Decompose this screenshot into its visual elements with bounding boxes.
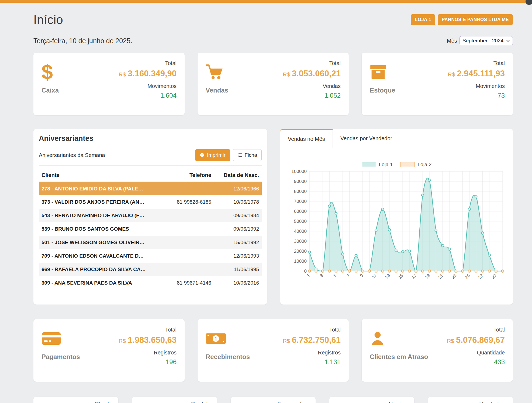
svg-text:20000: 20000 (294, 249, 307, 254)
svg-text:50000: 50000 (294, 219, 307, 224)
total-value: 6.732.750,61 (292, 335, 341, 345)
mini-card-clientes: Clientes (33, 397, 118, 403)
legend-swatch-loja2 (400, 162, 415, 167)
svg-text:19: 19 (424, 273, 431, 280)
record-button[interactable]: Ficha (233, 149, 262, 161)
date-line: Terça-feira, 10 de junho de 2025. (33, 37, 132, 45)
table-row[interactable]: 501 - JOSE WELISSON GOMES OLIVEIR… 15/06… (39, 236, 262, 249)
svg-text:23: 23 (451, 273, 457, 280)
table-row[interactable]: 309 - ANA SEVERINA PAES DA SILVA 81 9967… (39, 276, 262, 290)
column-header-data-nasc: Data de Nasc. (214, 169, 262, 182)
metric-value: 196 (166, 358, 177, 366)
birthdays-panel: Aniversariantes Aniversariantes da Seman… (33, 129, 267, 305)
metric-value: 1.131 (324, 358, 341, 366)
metric-label: Registros (154, 350, 177, 356)
tab-vendas-no-mes[interactable]: Vendas no Mês (280, 129, 333, 148)
stat-card-name: Pagamentos (42, 353, 80, 361)
chart-legend: Loja 1 Loja 2 (280, 162, 513, 168)
currency-symbol: R$ (119, 338, 126, 344)
svg-text:60000: 60000 (294, 209, 307, 214)
table-row[interactable]: 278 - ANTONIO EMIDIO DA SILVA (PALE… 12/… (39, 182, 262, 195)
svg-text:21: 21 (437, 273, 444, 280)
total-label: Total (493, 60, 505, 66)
birthdate-cell: 10/06/2016 (214, 276, 262, 290)
phone-cell (167, 182, 214, 195)
page-title: Início (33, 12, 63, 27)
svg-text:5: 5 (333, 273, 337, 278)
birthdate-cell: 09/06/1984 (214, 209, 262, 222)
legend-swatch-loja1 (362, 162, 376, 167)
legend-item-loja2[interactable]: Loja 2 (400, 162, 432, 168)
month-select-value: September - 2024 (462, 38, 503, 44)
birthdate-cell: 12/06/1993 (214, 249, 262, 263)
svg-text:11: 11 (371, 273, 378, 279)
svg-text:70000: 70000 (294, 199, 307, 204)
mini-card-label: Clientes (95, 401, 115, 403)
column-header-telefone: Telefone (167, 169, 214, 182)
legend-item-loja1[interactable]: Loja 1 (362, 162, 393, 168)
page-content: Início LOJA 1 PANNOS E PANNOS LTDA ME Te… (0, 3, 532, 403)
legend-label-loja2: Loja 2 (418, 162, 432, 168)
metric-label: Vendas (323, 83, 341, 89)
client-cell: 278 - ANTONIO EMIDIO DA SILVA (PALE… (39, 182, 167, 195)
phone-cell (167, 263, 214, 276)
stat-card-name: Caixa (42, 87, 59, 94)
store-badge[interactable]: LOJA 1 (411, 14, 435, 25)
print-button[interactable]: Imprimir (195, 149, 230, 161)
company-badge[interactable]: PANNOS E PANNOS LTDA ME (438, 14, 513, 25)
person-icon (370, 327, 428, 350)
total-value: 3.160.349,90 (128, 69, 177, 78)
svg-text:0: 0 (304, 269, 307, 274)
birthdays-subtitle: Aniversariantes da Semana (39, 152, 105, 158)
phone-cell: 81 99671-4146 (167, 276, 214, 290)
phone-cell: 81 99828-6185 (167, 195, 214, 209)
client-cell: 669 - RAFAELA PROCOPIO DA SILVA CA… (39, 263, 167, 276)
metric-value: 1.052 (324, 92, 341, 99)
metric-value: 73 (498, 92, 505, 99)
mini-card-label: Usuários (389, 401, 411, 403)
tab-vendas-por-vendedor[interactable]: Vendas por Vendedor (333, 129, 400, 148)
credit-card-icon (42, 327, 80, 350)
svg-text:29: 29 (491, 273, 498, 280)
stat-card-pagamentos: Pagamentos Total R$1.983.650,63 Registro… (33, 319, 185, 382)
mini-card-fornecedores: Fornecedores (231, 397, 316, 403)
svg-text:25: 25 (464, 273, 471, 280)
svg-text:7: 7 (346, 273, 351, 278)
currency-symbol: R$ (119, 71, 126, 78)
metric-value: 433 (494, 358, 505, 366)
stat-card-name: Estoque (370, 87, 395, 94)
total-value: 5.076.869,67 (456, 335, 505, 345)
table-row[interactable]: 709 - ANTONIO EDSON CAVALCANTE D… 12/06/… (39, 249, 262, 263)
svg-text:40000: 40000 (294, 229, 307, 234)
mini-card-produtos: Produtos (132, 397, 217, 403)
column-header-cliente: Cliente (39, 169, 167, 182)
svg-text:17: 17 (411, 273, 417, 280)
list-icon (237, 153, 242, 157)
box-icon (370, 60, 395, 84)
currency-symbol: R$ (448, 71, 455, 78)
table-row[interactable]: 373 - VALDIR DOS ANJOS PEREIRA (AN… 81 9… (39, 195, 262, 209)
currency-symbol: R$ (283, 338, 290, 344)
month-label: Mês (447, 38, 457, 44)
currency-symbol: R$ (447, 338, 454, 344)
metric-label: Movimentos (476, 83, 505, 89)
table-row[interactable]: 669 - RAFAELA PROCOPIO DA SILVA CA… 11/0… (39, 263, 262, 276)
metric-value: 1.604 (160, 92, 177, 99)
total-label: Total (329, 60, 341, 66)
mini-card-usuarios: Usuários (329, 397, 414, 403)
mini-card-label: Produtos (191, 401, 214, 403)
table-row[interactable]: 539 - BRUNO DOS SANTOS GOMES 09/06/1992 (39, 222, 262, 236)
mini-card-label: Fornecedores (277, 401, 312, 403)
phone-cell (167, 209, 214, 222)
svg-text:100000: 100000 (291, 169, 307, 174)
stat-card-name: Recebimentos (206, 353, 250, 361)
currency-symbol: R$ (283, 71, 290, 78)
month-select[interactable]: September - 2024 (460, 36, 513, 45)
birthdate-cell: 09/06/1992 (214, 222, 262, 236)
svg-text:1: 1 (215, 336, 217, 341)
svg-text:10000: 10000 (294, 259, 307, 264)
birthdate-cell: 12/06/1966 (214, 182, 262, 195)
table-row[interactable]: 543 - RENATO MARINHO DE ARAUJO (F… 09/06… (39, 209, 262, 222)
total-value: 2.945.111,93 (457, 69, 505, 78)
banknote-icon: 1 (206, 327, 250, 350)
